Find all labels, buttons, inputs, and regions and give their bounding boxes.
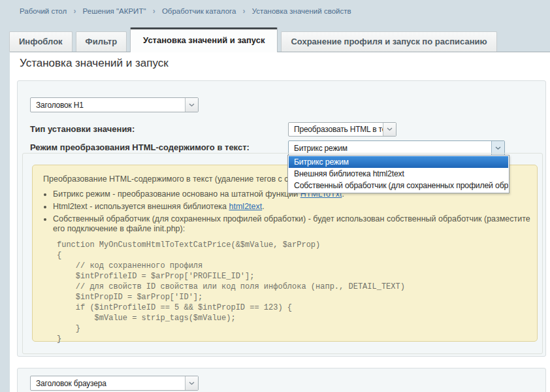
- page-title: Установка значений и запуск: [20, 57, 169, 70]
- breadcrumb-item-akrit-solutions[interactable]: Решения "АКРИТ": [83, 7, 146, 15]
- settings-panel: Заголовок H1 Тип установки значения: Пре…: [17, 80, 546, 357]
- set-value-type-select[interactable]: Преобразовать HTML в текст: [288, 122, 396, 137]
- content-area: Установка значений и запуск Заголовок H1…: [10, 52, 550, 392]
- property-select-value: Заголовок H1: [31, 101, 185, 110]
- tab-infoblock[interactable]: Инфоблок: [9, 31, 73, 52]
- label-set-value-type: Тип установки значения:: [30, 124, 135, 134]
- tab-strip: Инфоблок Фильтр Установка значений и зап…: [9, 27, 500, 52]
- breadcrumb-item-set-values[interactable]: Установка значений свойств: [252, 7, 351, 15]
- info-bullet-html2text: Html2text - используется внешняя библиот…: [53, 202, 537, 212]
- breadcrumb-separator-icon: ›: [153, 7, 155, 16]
- breadcrumb-separator-icon: ›: [73, 7, 76, 16]
- browser-title-select-value: Заголовок браузера: [31, 379, 185, 388]
- breadcrumb-separator-icon: ›: [243, 7, 246, 16]
- breadcrumb-item-desktop[interactable]: Рабочий стол: [20, 7, 67, 15]
- dropdown-option-bitrix-mode[interactable]: Битрикс режим: [289, 156, 508, 168]
- tab-set-values-and-run[interactable]: Установка значений и запуск: [130, 27, 278, 52]
- info-bullet-text: Битрикс режим - преобразование основано …: [53, 189, 300, 199]
- browser-title-select[interactable]: Заголовок браузера: [30, 376, 199, 391]
- dropdown-option-custom-handler[interactable]: Собственный обработчик (для сохраненных …: [289, 180, 508, 191]
- chevron-down-icon: [185, 98, 198, 112]
- info-bullet-text: Собственный обработчик (для сохраненных …: [53, 214, 530, 233]
- html2text-link[interactable]: html2text: [229, 202, 263, 211]
- breadcrumb-item-catalog-processor[interactable]: Обработчик каталога: [162, 7, 236, 15]
- chevron-down-icon: [185, 376, 198, 390]
- label-html-convert-mode: Режим преобразования HTML-содержимого в …: [30, 142, 250, 152]
- tab-save-profile-schedule[interactable]: Сохранение профиля и запуск по расписани…: [281, 31, 496, 52]
- info-bullet-text: .: [262, 202, 264, 211]
- property-select[interactable]: Заголовок H1: [30, 97, 199, 112]
- php-code-sample: function MyOnCustomHtmlToTextCatPrice(&$…: [57, 240, 537, 344]
- tab-filter[interactable]: Фильтр: [76, 31, 127, 52]
- html-convert-mode-select-value: Битрикс режим: [289, 144, 491, 153]
- chevron-down-icon: [383, 123, 396, 136]
- info-bullet-text: Html2text - используется внешняя библиот…: [53, 202, 229, 211]
- info-bullet-custom-handler: Собственный обработчик (для сохраненных …: [53, 214, 537, 234]
- dropdown-option-external-html2text[interactable]: Внешняя библиотека html2text: [289, 168, 508, 180]
- info-bullet-list: Битрикс режим - преобразование основано …: [33, 189, 537, 234]
- breadcrumb: Рабочий стол › Решения "АКРИТ" › Обработ…: [20, 7, 351, 16]
- bitrix-admin-screen: Рабочий стол › Решения "АКРИТ" › Обработ…: [0, 0, 550, 392]
- convert-mode-dropdown-list: Битрикс режим Внешняя библиотека html2te…: [287, 155, 510, 193]
- set-value-type-select-value: Преобразовать HTML в текст: [289, 125, 383, 134]
- browser-title-panel: Заголовок браузера: [17, 368, 546, 392]
